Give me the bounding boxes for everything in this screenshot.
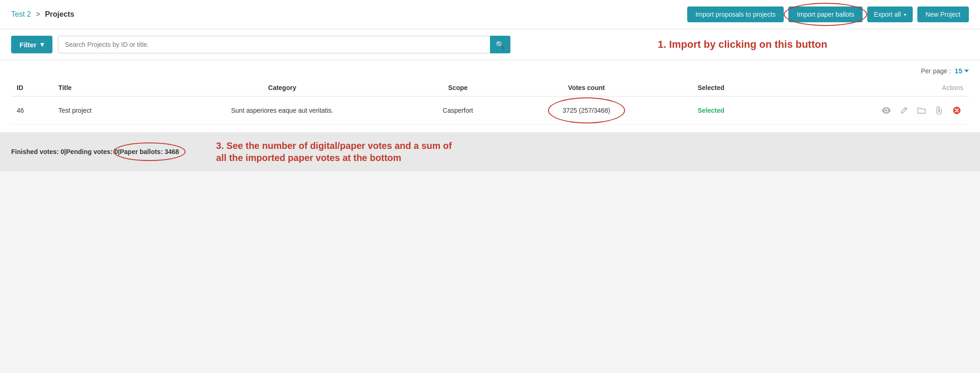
cell-title: Test project — [53, 96, 154, 125]
table-container: ID Title Category Scope Votes count Sele… — [0, 77, 980, 132]
search-wrapper: 🔍 — [58, 36, 511, 53]
top-actions: Import proposals to projects Import pape… — [687, 6, 969, 22]
cell-actions — [754, 96, 969, 125]
finished-votes: Finished votes: 0 — [11, 148, 64, 155]
col-id: ID — [11, 77, 53, 96]
footer-bar: Finished votes: 0 | Pending votes: 0 | P… — [0, 132, 980, 171]
filter-section: Filter ▾ 🔍 1. Import by clicking on this… — [0, 29, 980, 60]
col-votes-count: Votes count — [505, 77, 668, 96]
delete-icon[interactable] — [950, 104, 963, 117]
annotation-bottom-text: 3. See the number of digital/paper votes… — [216, 140, 452, 164]
per-page-label: Per page : — [921, 67, 951, 75]
edit-icon[interactable] — [897, 104, 910, 117]
filter-chevron-icon: ▾ — [40, 40, 44, 49]
view-icon[interactable] — [880, 104, 893, 117]
annotation-import-text: 1. Import by clicking on this button — [658, 35, 827, 51]
selected-badge: Selected — [697, 107, 724, 114]
pending-votes: Pending votes: 0 — [66, 148, 118, 155]
filter-label: Filter — [19, 41, 37, 49]
table-header-row: ID Title Category Scope Votes count Sele… — [11, 77, 969, 96]
breadcrumb-current: Projects — [45, 10, 74, 18]
filter-button[interactable]: Filter ▾ — [11, 36, 52, 53]
col-actions: Actions — [754, 77, 969, 96]
cell-selected: Selected — [668, 96, 754, 125]
col-category: Category — [154, 77, 411, 96]
cell-scope: Casperfort — [411, 96, 505, 125]
per-page-bar: Per page : 15 — [0, 60, 980, 77]
import-proposals-button[interactable]: Import proposals to projects — [687, 6, 784, 22]
actions-group — [760, 104, 963, 117]
breadcrumb-link[interactable]: Test 2 — [11, 10, 31, 18]
breadcrumb-separator: > — [36, 10, 40, 18]
col-selected: Selected — [668, 77, 754, 96]
annotation-import-area: 1. Import by clicking on this button — [516, 38, 969, 51]
cell-category: Sunt asperiores eaque aut veritatis. — [154, 96, 411, 125]
per-page-value: 15 — [954, 67, 962, 75]
breadcrumb: Test 2 > Projects — [11, 10, 74, 19]
col-title: Title — [53, 77, 154, 96]
per-page-selector[interactable]: 15 — [954, 67, 969, 75]
paper-ballots-wrapper: Paper ballots: 3468 — [120, 148, 179, 155]
table-row: 46 Test project Sunt asperiores eaque au… — [11, 96, 969, 125]
col-scope: Scope — [411, 77, 505, 96]
export-all-button[interactable]: Export all ▾ — [867, 6, 912, 22]
per-page-chevron-icon — [964, 70, 969, 72]
votes-count-value: 3725 (257/3468) — [556, 104, 617, 117]
cell-id: 46 — [11, 96, 53, 125]
paper-ballots: Paper ballots: 3468 — [120, 148, 179, 155]
folder-icon[interactable] — [915, 104, 928, 117]
top-bar: Test 2 > Projects Import proposals to pr… — [0, 0, 980, 29]
cell-votes-count: 3725 (257/3468) — [505, 96, 668, 125]
export-chevron-icon: ▾ — [904, 12, 906, 17]
projects-table: ID Title Category Scope Votes count Sele… — [11, 77, 969, 125]
paperclip-icon[interactable] — [933, 104, 946, 117]
search-button[interactable]: 🔍 — [490, 36, 510, 53]
search-icon: 🔍 — [496, 40, 505, 49]
import-ballots-wrapper: Import paper ballots — [788, 6, 863, 22]
new-project-button[interactable]: New Project — [917, 6, 969, 22]
import-ballots-button[interactable]: Import paper ballots — [788, 6, 863, 22]
search-input[interactable] — [58, 36, 511, 53]
footer-text: Finished votes: 0 | Pending votes: 0 | P… — [11, 148, 179, 155]
